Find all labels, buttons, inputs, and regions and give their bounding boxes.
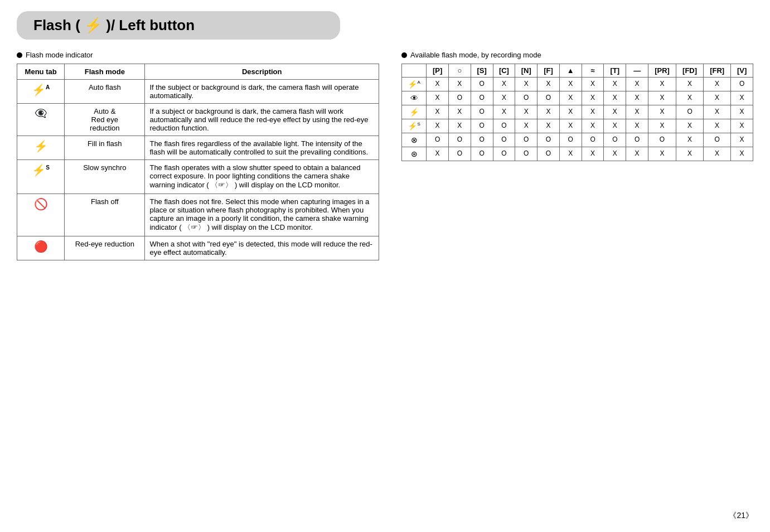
availability-cell: O [471,147,493,161]
availability-cell: X [427,119,449,133]
availability-cell: X [559,78,582,91]
flash-mode-name: Red-eye reduction [65,236,145,260]
right-header-1: ○ [448,64,471,78]
availability-cell: O [471,133,493,147]
availability-cell: X [626,147,648,161]
availability-cell: X [448,119,471,133]
availability-cell: X [582,105,604,119]
flash-mode-description: If the subject or background is dark, th… [145,80,379,104]
availability-cell: X [493,91,515,105]
auto-flash-icon: ⚡A [17,80,65,104]
availability-cell: O [676,105,704,119]
availability-cell: O [731,78,753,91]
availability-cell: O [448,133,471,147]
auto-red-eye-icon: 👁‍🗨 [17,104,65,136]
bullet-icon [17,52,22,58]
availability-cell: X [648,119,676,133]
right-table-header-row: [P]○[S][C][N][F]▲≈[T]—[PR][FD][FR][V] [402,64,753,78]
flash-mode-description: The flash does not fire. Select this mod… [145,194,379,236]
availability-cell: X [704,119,731,133]
right-table-row: ⊗OOOOOOOOOOOXOX [402,133,753,147]
right-header-empty [402,64,427,78]
right-header-11: [FD] [676,64,704,78]
table-row: 👁‍🗨Auto & Red eye reductionIf a subject … [17,104,379,136]
right-header-3: [C] [493,64,515,78]
availability-cell: O [515,133,537,147]
fill-flash-icon: ⚡ [17,136,65,160]
availability-cell: O [704,133,731,147]
table-row: 🚫Flash offThe flash does not fire. Selec… [17,194,379,236]
availability-cell: X [648,91,676,105]
availability-cell: O [604,133,626,147]
left-label-text: Flash mode indicator [26,51,93,59]
table-row: ⚡AAuto flashIf the subject or background… [17,80,379,104]
availability-cell: X [493,78,515,91]
right-header-12: [FR] [704,64,731,78]
availability-table: [P]○[S][C][N][F]▲≈[T]—[PR][FD][FR][V] ⚡A… [401,64,753,161]
flash-mode-name: Auto & Red eye reduction [65,104,145,136]
availability-cell: X [427,78,449,91]
availability-cell: X [604,147,626,161]
right-header-5: [F] [537,64,560,78]
table-row: ⚡Fill in flashThe flash fires regardless… [17,136,379,160]
availability-cell: X [704,91,731,105]
availability-cell: X [731,119,753,133]
right-table-row: ⚡XXOXXXXXXXXOXX [402,105,753,119]
col-header-mode: Flash mode [65,64,145,80]
flash-mode-table: Menu tab Flash mode Description ⚡AAuto f… [17,64,379,260]
right-header-8: [T] [604,64,626,78]
availability-cell: O [515,91,537,105]
availability-cell: O [471,91,493,105]
availability-cell: X [537,105,560,119]
right-section-label: Available flash mode, by recording mode [401,51,753,59]
availability-cell: X [731,133,753,147]
bullet-icon-2 [401,52,407,58]
availability-cell: O [582,133,604,147]
availability-cell: O [448,147,471,161]
table-row: ⚡SSlow synchroThe flash operates with a … [17,160,379,194]
availability-cell: O [448,91,471,105]
availability-cell: X [626,78,648,91]
availability-cell: X [448,78,471,91]
right-label-text: Available flash mode, by recording mode [410,51,541,59]
page-title: Flash ( ⚡ )/ Left button [17,11,340,40]
availability-cell: X [604,119,626,133]
left-section: Flash mode indicator Menu tab Flash mode… [17,51,379,260]
availability-cell: X [515,105,537,119]
availability-cell: X [582,91,604,105]
availability-cell: X [704,78,731,91]
flash-mode-description: The flash operates with a slow shutter s… [145,160,379,194]
availability-cell: X [676,78,704,91]
flash-mode-name: Auto flash [65,80,145,104]
slow-synchro-icon: ⚡S [17,160,65,194]
availability-cell: X [731,105,753,119]
right-row-icon: ⚡A [402,78,427,91]
right-header-0: [P] [427,64,449,78]
left-section-label: Flash mode indicator [17,51,379,59]
right-row-icon: ⚡S [402,119,427,133]
right-section: Available flash mode, by recording mode … [401,51,753,260]
availability-cell: X [559,91,582,105]
availability-cell: X [676,91,704,105]
availability-cell: X [626,105,648,119]
flash-mode-description: When a shot with "red eye" is detected, … [145,236,379,260]
availability-cell: X [626,119,648,133]
availability-cell: X [427,105,449,119]
availability-cell: X [537,119,560,133]
availability-cell: X [559,105,582,119]
availability-cell: O [471,119,493,133]
availability-cell: O [493,119,515,133]
availability-cell: X [515,78,537,91]
availability-cell: O [626,133,648,147]
availability-cell: X [731,91,753,105]
availability-cell: O [537,91,560,105]
flash-mode-name: Slow synchro [65,160,145,194]
availability-cell: X [704,105,731,119]
right-row-icon: ⊗ [402,133,427,147]
right-header-7: ≈ [582,64,604,78]
availability-cell: O [537,147,560,161]
availability-cell: X [427,147,449,161]
availability-cell: O [471,105,493,119]
right-header-4: [N] [515,64,537,78]
availability-cell: X [648,147,676,161]
